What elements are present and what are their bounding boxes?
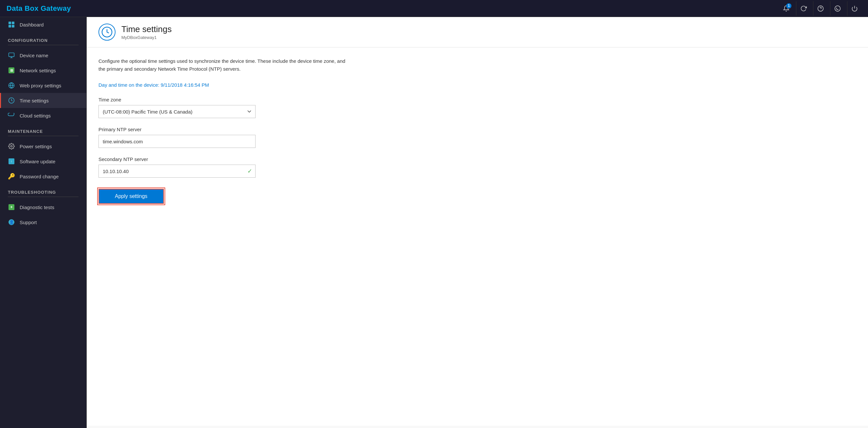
key-icon: 🔑 [8,173,15,180]
page-subtitle: MyDBoxGateway1 [121,35,172,40]
divider-configuration [8,45,79,45]
primary-ntp-input-wrapper [98,135,255,148]
cloud-icon [8,112,15,119]
device-icon [8,52,15,59]
check-icon: ✓ [247,167,252,175]
apply-settings-button[interactable]: Apply settings [98,189,164,204]
sidebar-item-time-settings[interactable]: Time settings [0,93,86,108]
cloud-settings-label: Cloud settings [20,113,51,118]
svg-point-2 [835,6,840,11]
divider-troubleshooting [8,197,79,197]
sidebar-item-dashboard[interactable]: Dashboard [0,17,86,32]
sidebar-item-diagnostic-tests[interactable]: + Diagnostic tests [0,200,86,215]
globe-icon [8,82,15,89]
refresh-button[interactable] [796,1,810,16]
diagnostic-icon: + [8,204,15,211]
sidebar-item-network-settings[interactable]: ⊞ Network settings [0,63,86,78]
sidebar-item-support[interactable]: 👤 Support [0,215,86,230]
gear-icon [8,143,15,150]
secondary-ntp-input[interactable] [98,164,255,178]
network-icon: ⊞ [8,67,15,74]
primary-ntp-label: Primary NTP server [98,127,856,132]
topbar: Data Box Gateway 1 [0,0,868,17]
time-settings-label: Time settings [20,98,49,103]
content-body: Configure the optional time settings use… [87,48,868,426]
support-label: Support [20,220,37,225]
sidebar-item-device-name[interactable]: Device name [0,48,86,63]
timezone-group: Time zone (UTC-08:00) Pacific Time (US &… [98,97,856,118]
description-line1: Configure the optional time settings use… [98,57,347,73]
device-time: Day and time on the device: 9/11/2018 4:… [98,82,856,88]
dashboard-icon [8,21,15,28]
sidebar-item-cloud-settings[interactable]: Cloud settings [0,108,86,123]
sidebar-item-password-change[interactable]: 🔑 Password change [0,169,86,184]
page-header-icon [98,24,116,40]
section-label-configuration: CONFIGURATION [0,32,86,45]
svg-point-10 [11,146,12,147]
diagnostic-tests-label: Diagnostic tests [20,205,54,210]
sidebar: Dashboard CONFIGURATION Device name ⊞ Ne… [0,17,87,428]
sidebar-item-power-settings[interactable]: Power settings [0,139,86,154]
section-label-maintenance: MAINTENANCE [0,123,86,136]
app-title: Data Box Gateway [6,4,71,13]
copyright-button[interactable] [830,1,844,16]
power-settings-label: Power settings [20,144,52,149]
svg-rect-4 [9,53,14,57]
timezone-label: Time zone [98,97,856,102]
page-title: Time settings [121,24,172,34]
page-header-text: Time settings MyDBoxGateway1 [121,24,172,40]
secondary-ntp-input-wrapper: ✓ [98,164,255,178]
notification-badge: 1 [786,3,792,8]
help-button[interactable] [813,1,828,16]
sidebar-item-software-update[interactable]: ↑ Software update [0,154,86,169]
secondary-ntp-group: Secondary NTP server ✓ [98,156,856,178]
primary-ntp-input[interactable] [98,135,255,148]
secondary-ntp-label: Secondary NTP server [98,156,856,162]
software-update-label: Software update [20,159,55,164]
main-content: Time settings MyDBoxGateway1 Configure t… [87,17,868,428]
update-icon: ↑ [8,158,15,165]
topbar-actions: 1 [779,1,862,16]
password-change-label: Password change [20,174,59,179]
page-header: Time settings MyDBoxGateway1 [87,17,868,48]
device-name-label: Device name [20,53,49,58]
timezone-select[interactable]: (UTC-08:00) Pacific Time (US & Canada) [98,105,255,118]
notification-button[interactable]: 1 [779,1,794,16]
primary-ntp-group: Primary NTP server [98,127,856,148]
layout: Dashboard CONFIGURATION Device name ⊞ Ne… [0,17,868,428]
sidebar-dashboard-label: Dashboard [20,22,43,28]
clock-icon [8,97,15,104]
web-proxy-label: Web proxy settings [20,83,61,88]
divider-maintenance [8,136,79,136]
network-settings-label: Network settings [20,68,56,73]
sidebar-item-web-proxy-settings[interactable]: Web proxy settings [0,78,86,93]
power-button[interactable] [847,1,862,16]
section-label-troubleshooting: TROUBLESHOOTING [0,184,86,197]
support-icon: 👤 [8,219,15,226]
